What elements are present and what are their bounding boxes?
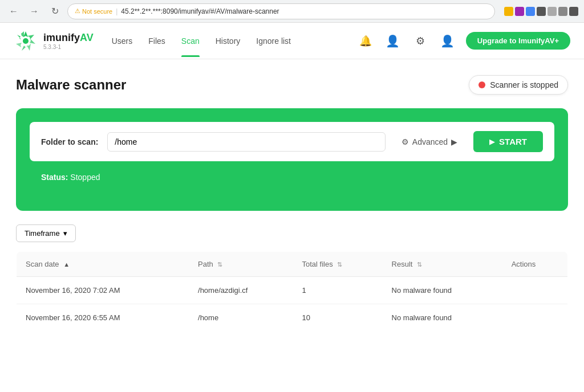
folder-input[interactable] <box>107 132 385 152</box>
security-indicator: ⚠ Not secure <box>75 7 112 15</box>
browser-action-icons <box>504 7 578 16</box>
nav-item-users[interactable]: Users <box>112 25 133 57</box>
extension-icons <box>504 7 578 16</box>
col-result[interactable]: Result ⇅ <box>383 252 502 277</box>
svg-marker-4 <box>22 46 27 51</box>
avatar-button[interactable]: 👤 <box>384 32 402 50</box>
notifications-button[interactable]: 🔔 <box>356 32 375 50</box>
page-content: Malware scanner Scanner is stopped Folde… <box>0 59 584 332</box>
ext-icon-7 <box>569 7 578 16</box>
status-label: Status: <box>41 173 68 182</box>
settings-button[interactable]: ⚙ <box>411 32 429 50</box>
cell-actions <box>502 304 568 332</box>
bell-icon: 🔔 <box>359 35 372 47</box>
nav-item-scan[interactable]: Scan <box>181 25 200 57</box>
upgrade-button[interactable]: Upgrade to ImunifyAV+ <box>466 32 570 50</box>
cell-path: /home <box>189 304 293 332</box>
svg-point-8 <box>23 38 29 44</box>
nav-item-files[interactable]: Files <box>148 25 165 57</box>
status-value: Stopped <box>70 173 100 182</box>
ext-icon-1 <box>504 7 513 16</box>
svg-marker-2 <box>30 39 35 44</box>
timeframe-label: Timeframe <box>25 229 60 238</box>
advanced-label: Advanced <box>412 137 448 146</box>
logo-brand: imunifyAV <box>43 32 94 44</box>
col-path[interactable]: Path ⇅ <box>189 252 293 277</box>
cell-scan-date: November 16, 2020 7:02 AM <box>17 277 189 304</box>
ext-icon-3 <box>526 7 535 16</box>
security-label: Not secure <box>82 8 112 15</box>
refresh-button[interactable]: ↻ <box>47 3 63 19</box>
address-bar[interactable]: ⚠ Not secure | 45.2**.2**.***:8090/imuni… <box>67 3 495 19</box>
svg-marker-6 <box>17 35 21 39</box>
scan-status-text: Status: Stopped <box>41 173 100 182</box>
main-page: imunifyAV 5.3.3-1 Users Files Scan Histo… <box>0 23 584 392</box>
back-button[interactable]: ← <box>6 3 22 19</box>
cell-result: No malware found <box>383 304 502 332</box>
logo-icon <box>14 29 38 53</box>
col-scan-date[interactable]: Scan date ▲ <box>17 252 189 277</box>
page-title: Malware scanner <box>16 77 126 93</box>
svg-marker-1 <box>27 35 34 39</box>
chevron-right-icon: ▶ <box>451 137 457 146</box>
navbar: imunifyAV 5.3.3-1 Users Files Scan Histo… <box>0 23 584 59</box>
cell-total-files: 10 <box>293 304 383 332</box>
scan-panel: Folder to scan: ⚙ Advanced ▶ ▶ START Sta… <box>16 108 568 211</box>
start-label: START <box>499 137 527 146</box>
svg-marker-3 <box>27 43 31 51</box>
ext-icon-4 <box>537 7 546 16</box>
logo-version: 5.3.3-1 <box>43 44 94 50</box>
url-text: 45.2**.2**.***:8090/imunifyav/#/AV/malwa… <box>121 7 279 15</box>
cell-actions <box>502 277 568 304</box>
ext-icon-6 <box>558 7 567 16</box>
nav-actions: 🔔 👤 ⚙ 👤 Upgrade to ImunifyAV+ <box>356 32 570 50</box>
logo-area: imunifyAV 5.3.3-1 <box>14 29 94 53</box>
scan-status-row: Status: Stopped <box>30 161 554 195</box>
col-actions: Actions <box>502 252 568 277</box>
dropdown-icon: ▾ <box>63 229 67 238</box>
scanner-status-text: Scanner is stopped <box>490 80 558 89</box>
start-scan-button[interactable]: ▶ START <box>473 131 543 152</box>
cell-total-files: 1 <box>293 277 383 304</box>
advanced-button[interactable]: ⚙ Advanced ▶ <box>395 133 464 151</box>
nav-item-history[interactable]: History <box>216 25 241 57</box>
ext-icon-2 <box>515 7 524 16</box>
gear-icon: ⚙ <box>402 137 409 146</box>
sort-both-icon-2: ⇅ <box>337 261 342 268</box>
browser-toolbar: ← → ↻ ⚠ Not secure | 45.2**.2**.***:8090… <box>0 0 584 23</box>
table-row: November 16, 2020 7:02 AM /home/azdigi.c… <box>17 277 568 304</box>
nav-item-ignore-list[interactable]: Ignore list <box>256 25 291 57</box>
nav-links: Users Files Scan History Ignore list <box>112 25 338 57</box>
sort-both-icon: ⇅ <box>217 261 222 268</box>
scan-history-table: Scan date ▲ Path ⇅ Total files ⇅ Result … <box>16 251 568 332</box>
scan-controls: Folder to scan: ⚙ Advanced ▶ ▶ START <box>30 122 554 161</box>
cell-scan-date: November 16, 2020 6:55 AM <box>17 304 189 332</box>
gear-icon: ⚙ <box>416 35 425 47</box>
scanner-status-badge: Scanner is stopped <box>469 75 568 95</box>
col-total-files[interactable]: Total files ⇅ <box>293 252 383 277</box>
svg-marker-0 <box>23 31 28 37</box>
profile-icon: 👤 <box>440 34 455 48</box>
sort-asc-icon: ▲ <box>63 261 70 268</box>
svg-marker-7 <box>21 31 24 37</box>
cell-result: No malware found <box>383 277 502 304</box>
folder-label: Folder to scan: <box>41 137 98 146</box>
table-body: November 16, 2020 7:02 AM /home/azdigi.c… <box>17 277 568 332</box>
svg-marker-5 <box>16 43 22 47</box>
logo-text: imunifyAV 5.3.3-1 <box>43 32 94 50</box>
timeframe-button[interactable]: Timeframe ▾ <box>16 224 76 242</box>
profile-button[interactable]: 👤 <box>439 32 457 50</box>
status-dot-icon <box>478 81 485 88</box>
table-header: Scan date ▲ Path ⇅ Total files ⇅ Result … <box>17 252 568 277</box>
forward-button[interactable]: → <box>26 3 42 19</box>
table-row: November 16, 2020 6:55 AM /home 10 No ma… <box>17 304 568 332</box>
page-header: Malware scanner Scanner is stopped <box>16 75 568 95</box>
cell-path: /home/azdigi.cf <box>189 277 293 304</box>
user-avatar-icon: 👤 <box>386 34 400 48</box>
ext-icon-5 <box>548 7 557 16</box>
play-icon: ▶ <box>489 138 494 146</box>
sort-both-icon-3: ⇅ <box>417 261 422 268</box>
